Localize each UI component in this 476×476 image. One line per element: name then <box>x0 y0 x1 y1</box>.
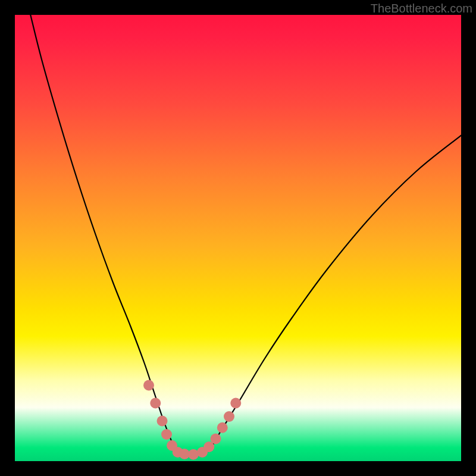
watermark-text: TheBottleneck.com <box>371 2 472 15</box>
curve-marker <box>150 398 161 409</box>
curve-marker <box>157 416 168 427</box>
curve-marker <box>188 449 199 460</box>
chart-svg <box>15 15 461 461</box>
curve-marker <box>161 429 172 440</box>
curve-marker <box>224 411 234 422</box>
curve-marker <box>217 422 228 433</box>
curve-marker <box>230 398 241 409</box>
bottleneck-curve <box>30 15 461 455</box>
curve-marker <box>211 434 221 444</box>
highlighted-points <box>143 380 241 460</box>
curve-marker <box>143 380 154 391</box>
plot-area <box>15 15 461 461</box>
chart-frame: TheBottleneck.com <box>0 0 476 476</box>
